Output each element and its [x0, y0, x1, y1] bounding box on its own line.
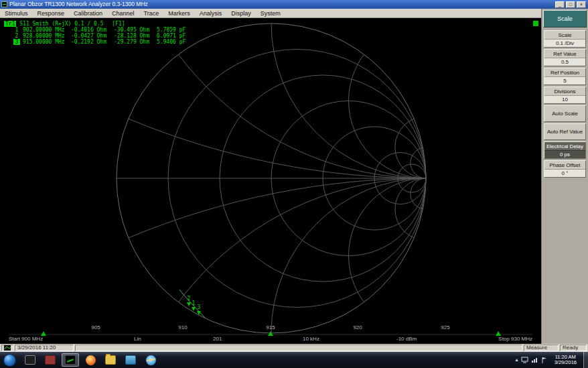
axis-tick-910: 910	[178, 324, 188, 330]
marker-capacitance: 6.0971 pF	[157, 33, 186, 39]
svg-text:1: 1	[192, 300, 196, 306]
start-button[interactable]	[3, 354, 16, 367]
menubar: Stimulus Response Calibration Channel Tr…	[0, 9, 541, 18]
softkey-ref-position[interactable]: Ref Position 5	[544, 68, 586, 85]
marker-frequency: 928.00000 MHz	[23, 33, 71, 39]
media-player-icon	[125, 355, 136, 365]
stimulus-stop: Stop 930 MHz	[498, 336, 532, 342]
stimulus-sweep-type: Lin	[134, 336, 141, 342]
taskbar-app-media-player[interactable]	[122, 353, 139, 367]
statusbar-spacer	[75, 345, 522, 351]
plot-area: 2 1 3 905 910 915 920	[0, 18, 541, 344]
frequency-axis: 905 910 915 920 925	[9, 324, 532, 336]
marker-reactance: -29.279 Ohm	[114, 39, 157, 45]
window-title: Planar Obzor TR1300 Network Analyzer 0.3…	[9, 0, 148, 9]
tray-chevron-icon[interactable]: ▴	[516, 352, 518, 368]
marker-capacitance: 5.7859 pF	[157, 27, 186, 33]
menu-response[interactable]: Response	[33, 9, 70, 18]
softkey-auto-scale[interactable]: Auto Scale	[544, 105, 586, 122]
statusbar-ready: Ready	[560, 345, 587, 351]
softkey-panel: Scale Scale 0.1 /Div Ref Value 0.5 Ref P…	[541, 9, 588, 344]
marker-capacitance: 5.9406 pF	[157, 39, 186, 45]
trace-title-row: Tr1 S11 Smith (R+jX) 0.1 / 0.5 [F1]	[4, 21, 186, 27]
trace-id-badge[interactable]: Tr1	[4, 21, 16, 27]
statusbar-datetime: 3/29/2016 11:20	[15, 345, 74, 351]
menu-stimulus[interactable]: Stimulus	[0, 9, 33, 18]
utility-icon	[45, 355, 56, 365]
chart-marker-3[interactable]: 3	[197, 304, 201, 315]
statusbar: 3/29/2016 11:20 Measure Ready	[0, 344, 588, 352]
trace-readout: Tr1 S11 Smith (R+jX) 0.1 / 0.5 [F1] 1902…	[4, 21, 186, 45]
axis-tick-920: 920	[353, 324, 362, 330]
statusbar-app-icon	[1, 345, 13, 351]
chart-marker-2[interactable]: 2	[187, 296, 191, 306]
axis-marker-tick-928[interactable]	[496, 331, 501, 336]
trace-cal-label: [F1]	[112, 21, 125, 27]
internet-explorer-icon	[146, 355, 156, 365]
close-button[interactable]: ×	[577, 1, 586, 8]
network-icon[interactable]	[531, 357, 538, 363]
svg-text:3: 3	[198, 304, 201, 310]
chart-marker-1[interactable]: 1	[192, 300, 196, 311]
marker-resistance: -0.4016 Ohm	[71, 27, 114, 33]
menu-display[interactable]: Display	[226, 9, 256, 18]
axis-tick-905: 905	[91, 324, 100, 330]
app-icon	[1, 1, 7, 7]
softkey-scale[interactable]: Scale 0.1 /Div	[544, 30, 586, 48]
taskbar-app-firefox[interactable]	[82, 353, 99, 367]
taskbar: ▴ 11:20 AM 3/29/2016	[0, 352, 588, 368]
taskbar-app-terminal[interactable]	[21, 353, 39, 367]
taskbar-app-tr1300-analyzer[interactable]	[62, 353, 79, 367]
menu-analysis[interactable]: Analysis	[195, 9, 227, 18]
marker-resistance: -0.0427 Ohm	[71, 33, 114, 39]
marker-readout-1: 1902.00000 MHz-0.4016 Ohm-30.495 Ohm5.78…	[4, 27, 186, 33]
axis-tick-915: 915	[266, 324, 275, 330]
axis-tick-925: 925	[441, 324, 450, 330]
statusbar-measure: Measure	[524, 345, 559, 351]
stimulus-bar: Start 900 MHz Lin 201 10 kHz -10 dBm Sto…	[0, 336, 541, 343]
menu-calibration[interactable]: Calibration	[69, 9, 107, 18]
minimize-button[interactable]: _	[555, 1, 565, 8]
smith-grid	[0, 18, 541, 344]
menu-markers[interactable]: Markers	[163, 9, 195, 18]
svg-text:2: 2	[188, 296, 191, 302]
taskbar-app-internet-explorer[interactable]	[142, 353, 159, 367]
menu-trace[interactable]: Trace	[139, 9, 164, 18]
titlebar: Planar Obzor TR1300 Network Analyzer 0.3…	[0, 0, 588, 9]
marker-readout-2: 2928.00000 MHz-0.0427 Ohm-28.128 Ohm6.09…	[4, 33, 186, 39]
smith-chart: 2 1 3 905 910 915 920	[0, 18, 541, 344]
menu-system[interactable]: System	[256, 9, 285, 18]
app-window: Planar Obzor TR1300 Network Analyzer 0.3…	[0, 0, 588, 368]
taskbar-app-utility[interactable]	[42, 353, 59, 367]
softkey-divisions[interactable]: Divisions 10	[544, 86, 586, 104]
action-center-flag-icon[interactable]	[541, 357, 548, 364]
softkey-phase-offset[interactable]: Phase Offset 0 °	[544, 160, 586, 178]
display-icon[interactable]	[521, 357, 528, 363]
stimulus-start: Start 900 MHz	[9, 336, 43, 342]
softkey-ref-value[interactable]: Ref Value 0.5	[544, 49, 586, 66]
softkey-electrical-delay[interactable]: Electrical Delay 0 ps	[544, 141, 586, 159]
taskbar-clock[interactable]: 11:20 AM 3/29/2016	[550, 355, 581, 365]
axis-marker-tick-902[interactable]	[41, 331, 46, 336]
menu-channel[interactable]: Channel	[107, 9, 139, 18]
active-marker-number: 3	[13, 39, 20, 45]
firefox-icon	[86, 355, 96, 365]
clock-date: 3/29/2016	[555, 360, 577, 365]
softkey-auto-ref-value[interactable]: Auto Ref Value	[544, 123, 586, 140]
axis-marker-tick-915[interactable]	[268, 331, 273, 336]
marker-readout-3: 3915.00000 MHz-0.2192 Ohm-29.279 Ohm5.94…	[4, 39, 186, 45]
taskbar-app-explorer[interactable]	[102, 353, 119, 367]
marker-reactance: -30.495 Ohm	[114, 27, 157, 33]
trace-format-label: S11 Smith (R+jX) 0.1 / 0.5	[19, 21, 103, 27]
system-tray: ▴ 11:20 AM 3/29/2016	[516, 352, 588, 368]
softkey-panel-title[interactable]: Scale	[543, 10, 587, 27]
analyzer-icon	[65, 355, 76, 365]
folder-icon	[105, 355, 116, 365]
stimulus-if-bandwidth: 10 kHz	[303, 336, 319, 342]
marker-number: 2	[13, 33, 20, 39]
show-desktop-button[interactable]	[583, 352, 588, 368]
channel-active-indicator	[533, 21, 538, 26]
terminal-icon	[25, 355, 35, 365]
maximize-button[interactable]: □	[566, 1, 575, 8]
marker-number: 1	[13, 27, 20, 33]
